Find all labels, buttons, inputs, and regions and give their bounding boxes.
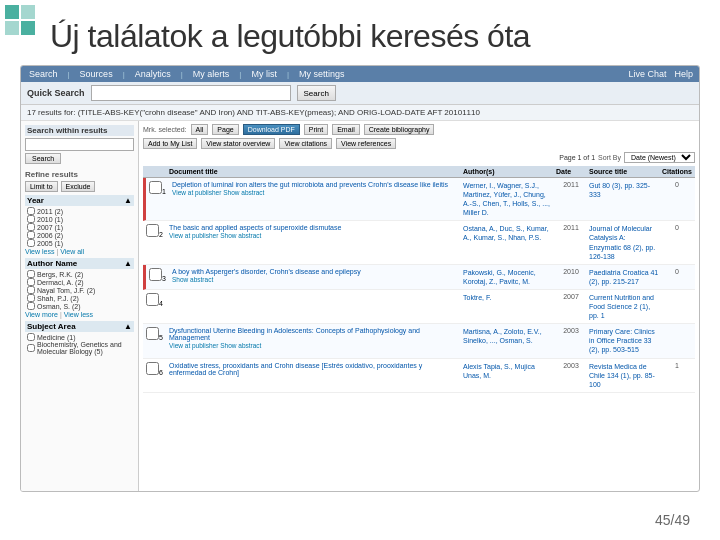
year-check-2[interactable] xyxy=(27,223,35,231)
row3-title[interactable]: A boy with Asperger's disorder, Crohn's … xyxy=(172,268,460,275)
left-sidebar: Search within results Search Refine resu… xyxy=(21,121,139,491)
year-label-3: 2006 (2) xyxy=(37,232,63,239)
row6-citations: 1 xyxy=(662,362,692,369)
row2-link-pub[interactable]: View at publisher xyxy=(169,232,218,239)
subject-check-0[interactable] xyxy=(27,333,35,341)
author-check-1[interactable] xyxy=(27,278,35,286)
print-button[interactable]: Print xyxy=(304,124,328,135)
author-facet: Author Name ▲ Bergs, R.K. (2) Dermaci, A… xyxy=(25,258,134,318)
email-button[interactable]: Email xyxy=(332,124,360,135)
year-check-0[interactable] xyxy=(27,207,35,215)
download-button[interactable]: Download PDF xyxy=(243,124,300,135)
row6-title[interactable]: Oxidative stress, prooxidants and Crohn … xyxy=(169,362,460,376)
row6-check[interactable] xyxy=(146,362,159,375)
select-all-button[interactable]: All xyxy=(191,124,209,135)
row1-num: 1 xyxy=(149,181,169,195)
row1-date: 2011 xyxy=(556,181,586,188)
row5-index: 5 xyxy=(159,334,163,341)
author-label-0: Bergs, R.K. (2) xyxy=(37,271,83,278)
subject-facet-label: Subject Area xyxy=(27,322,76,331)
row1-link-pub[interactable]: View at publisher xyxy=(172,189,221,196)
svg-rect-1 xyxy=(21,5,35,19)
author-view-less[interactable]: View less xyxy=(64,311,93,318)
row5-date: 2003 xyxy=(556,327,586,334)
row2-title-area: The basic and applied aspects of superox… xyxy=(169,224,460,239)
row2-index: 2 xyxy=(159,231,163,238)
author-facet-title[interactable]: Author Name ▲ xyxy=(25,258,134,269)
search-button[interactable]: Search xyxy=(297,85,336,101)
nav-search[interactable]: Search xyxy=(27,68,60,80)
author-item-0: Bergs, R.K. (2) xyxy=(25,270,134,278)
year-check-3[interactable] xyxy=(27,231,35,239)
table-row: 1 Depletion of luminal iron alters the g… xyxy=(143,178,695,221)
row3-check[interactable] xyxy=(149,268,162,281)
col-authors: Author(s) xyxy=(463,168,553,175)
add-list-button[interactable]: Add to My List xyxy=(143,138,197,149)
sidebar-section-title: Search within results xyxy=(25,125,134,136)
year-check-4[interactable] xyxy=(27,239,35,247)
nav-alerts[interactable]: My alerts xyxy=(191,68,232,80)
year-view-all[interactable]: View all xyxy=(60,248,84,255)
row5-title[interactable]: Dysfunctional Uterine Bleeding in Adoles… xyxy=(169,327,460,341)
author-check-0[interactable] xyxy=(27,270,35,278)
row1-check[interactable] xyxy=(149,181,162,194)
col-title: Document title xyxy=(169,168,460,175)
limit-to-button[interactable]: Limit to xyxy=(25,181,58,192)
author-check-2[interactable] xyxy=(27,286,35,294)
author-view-more[interactable]: View more xyxy=(25,311,64,318)
table-row: 5 Dysfunctional Uterine Bleeding in Adol… xyxy=(143,324,695,358)
sort-select[interactable]: Date (Newest) xyxy=(624,152,695,163)
row3-citations: 0 xyxy=(662,268,692,275)
results-header: 17 results for: (TITLE-ABS-KEY("crohn di… xyxy=(21,105,699,121)
sidebar-search-button[interactable]: Search xyxy=(25,153,61,164)
subject-check-1[interactable] xyxy=(27,344,35,352)
author-facet-label: Author Name xyxy=(27,259,77,268)
row4-check[interactable] xyxy=(146,293,159,306)
author-check-3[interactable] xyxy=(27,294,35,302)
row5-link-abs[interactable]: Show abstract xyxy=(220,342,261,349)
row2-link-abs[interactable]: Show abstract xyxy=(220,232,261,239)
row1-link-abs[interactable]: Show abstract xyxy=(223,189,264,196)
exclude-button[interactable]: Exclude xyxy=(61,181,96,192)
nav-settings[interactable]: My settings xyxy=(297,68,347,80)
search-bar: Quick Search Search xyxy=(21,82,699,105)
main-content: Search within results Search Refine resu… xyxy=(21,121,699,491)
year-item-4: 2005 (1) xyxy=(25,239,134,247)
row1-title-area: Depletion of luminal iron alters the gut… xyxy=(172,181,460,196)
refine-section: Refine results Limit to Exclude Year ▲ 2… xyxy=(25,170,134,355)
year-facet-title[interactable]: Year ▲ xyxy=(25,195,134,206)
row1-title[interactable]: Depletion of luminal iron alters the gut… xyxy=(172,181,460,188)
view-references-button[interactable]: View references xyxy=(336,138,396,149)
row3-link-abs[interactable]: Show abstract xyxy=(172,276,213,283)
nav-help[interactable]: Help xyxy=(674,69,693,79)
year-label-0: 2011 (2) xyxy=(37,208,63,215)
row1-authors: Werner, I., Wagner, S.J., Martinez, Yüfe… xyxy=(463,181,553,217)
search-input[interactable] xyxy=(91,85,291,101)
row3-num: 3 xyxy=(149,268,169,282)
nav-mylist[interactable]: My list xyxy=(249,68,279,80)
select-page-button[interactable]: Page xyxy=(212,124,238,135)
row2-source: Journal of Molecular Catalysis A: Enzyma… xyxy=(589,224,659,260)
row2-title[interactable]: The basic and applied aspects of superox… xyxy=(169,224,460,231)
sidebar-search-input[interactable] xyxy=(25,138,134,151)
row5-check[interactable] xyxy=(146,327,159,340)
row5-link-pub[interactable]: View at publisher xyxy=(169,342,218,349)
nav-sources[interactable]: Sources xyxy=(78,68,115,80)
year-check-1[interactable] xyxy=(27,215,35,223)
bibliography-button[interactable]: Create bibliography xyxy=(364,124,435,135)
nav-analytics[interactable]: Analytics xyxy=(133,68,173,80)
view-citations-button[interactable]: View citations xyxy=(279,138,332,149)
author-check-4[interactable] xyxy=(27,302,35,310)
col-citations: Citations xyxy=(662,168,692,175)
row2-num: 2 xyxy=(146,224,166,238)
author-facet-links: View more View less xyxy=(25,311,134,318)
table-row: 4 Toktre, F. 2007 Current Nutrition and … xyxy=(143,290,695,324)
col-date: Date xyxy=(556,168,586,175)
row2-check[interactable] xyxy=(146,224,159,237)
nav-livechat[interactable]: Live Chat xyxy=(628,69,666,79)
view-stat-button[interactable]: View stator overview xyxy=(201,138,275,149)
subject-facet-title[interactable]: Subject Area ▲ xyxy=(25,321,134,332)
year-view-less[interactable]: View less xyxy=(25,248,60,255)
nav-left: Search | Sources | Analytics | My alerts… xyxy=(27,68,347,80)
row4-date: 2007 xyxy=(556,293,586,300)
